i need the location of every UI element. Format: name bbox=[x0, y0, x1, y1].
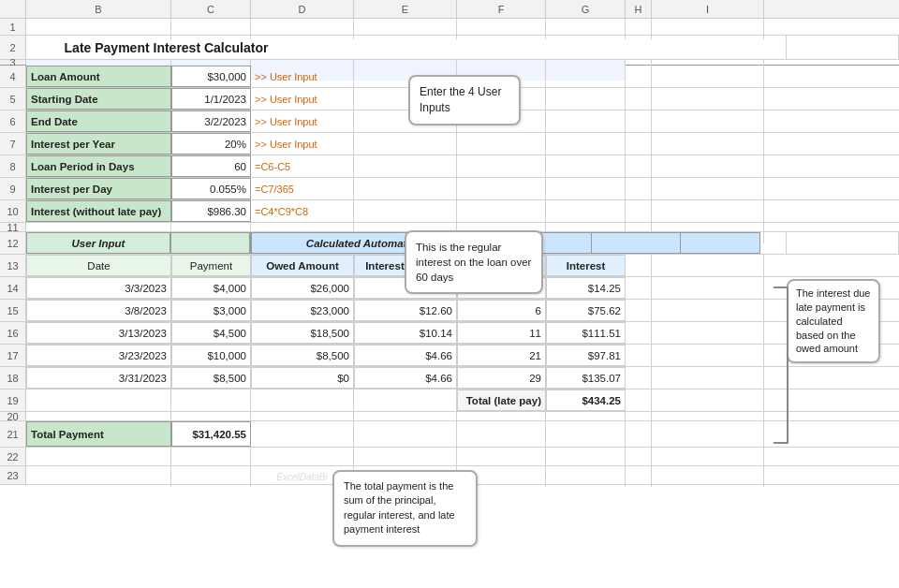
cell-g13[interactable]: Interest bbox=[546, 255, 626, 276]
cell-d7[interactable]: >> User Input bbox=[251, 133, 354, 154]
cell-e16[interactable]: $10.14 bbox=[354, 322, 457, 344]
cell-f22[interactable] bbox=[457, 448, 546, 468]
cell-g9[interactable] bbox=[546, 178, 626, 199]
cell-h21[interactable] bbox=[626, 421, 652, 447]
cell-b14[interactable]: 3/3/2023 bbox=[26, 277, 171, 299]
cell-e19[interactable] bbox=[354, 390, 457, 411]
cell-c16[interactable]: $4,500 bbox=[171, 322, 251, 344]
cell-h5[interactable] bbox=[626, 88, 652, 110]
cell-c7[interactable]: 20% bbox=[171, 133, 251, 154]
cell-e21[interactable] bbox=[354, 421, 457, 447]
cell-i23[interactable] bbox=[652, 466, 764, 487]
cell-i22[interactable] bbox=[652, 448, 764, 468]
cell-d2[interactable] bbox=[386, 36, 489, 59]
cell-h17[interactable] bbox=[626, 345, 652, 366]
cell-e9[interactable] bbox=[354, 178, 457, 199]
cell-e7[interactable] bbox=[354, 133, 457, 154]
cell-f2[interactable] bbox=[592, 36, 681, 59]
cell-g12[interactable] bbox=[681, 232, 760, 254]
cell-d13[interactable]: Owed Amount bbox=[251, 255, 354, 276]
cell-g10[interactable] bbox=[546, 200, 626, 222]
cell-d22[interactable] bbox=[251, 448, 354, 468]
cell-i13[interactable] bbox=[652, 255, 764, 276]
cell-i5[interactable] bbox=[652, 88, 764, 110]
cell-g8[interactable] bbox=[546, 155, 626, 177]
cell-i4[interactable] bbox=[652, 66, 764, 87]
cell-h16[interactable] bbox=[626, 322, 652, 344]
cell-d6[interactable]: >> User Input bbox=[251, 110, 354, 132]
cell-e22[interactable] bbox=[354, 448, 457, 468]
cell-e17[interactable]: $4.66 bbox=[354, 345, 457, 366]
cell-h7[interactable] bbox=[626, 133, 652, 154]
cell-g16[interactable]: $111.51 bbox=[546, 322, 626, 344]
cell-b18[interactable]: 3/31/2023 bbox=[26, 367, 171, 389]
cell-i9[interactable] bbox=[652, 178, 764, 199]
cell-f16[interactable]: 11 bbox=[457, 322, 546, 344]
cell-c23[interactable] bbox=[171, 466, 251, 487]
cell-e2[interactable] bbox=[489, 36, 592, 59]
cell-i19[interactable] bbox=[652, 390, 764, 411]
cell-g17[interactable]: $97.81 bbox=[546, 345, 626, 366]
cell-b21[interactable]: Total Payment bbox=[26, 421, 171, 447]
cell-f8[interactable] bbox=[457, 155, 546, 177]
cell-i8[interactable] bbox=[652, 155, 764, 177]
cell-i10[interactable] bbox=[652, 200, 764, 222]
cell-d17[interactable]: $8,500 bbox=[251, 345, 354, 366]
cell-c17[interactable]: $10,000 bbox=[171, 345, 251, 366]
cell-f18[interactable]: 29 bbox=[457, 367, 546, 389]
cell-c5[interactable]: 1/1/2023 bbox=[171, 88, 251, 110]
cell-b23[interactable] bbox=[26, 466, 171, 487]
cell-h15[interactable] bbox=[626, 300, 652, 321]
cell-d10[interactable]: =C4*C9*C8 bbox=[251, 200, 354, 222]
cell-b10[interactable]: Interest (without late pay) bbox=[26, 200, 171, 222]
cell-d21[interactable] bbox=[251, 421, 354, 447]
cell-b4[interactable]: Loan Amount bbox=[26, 66, 171, 87]
cell-f10[interactable] bbox=[457, 200, 546, 222]
cell-b2[interactable]: Late Payment Interest Calculator bbox=[26, 36, 306, 59]
cell-b6[interactable]: End Date bbox=[26, 110, 171, 132]
cell-c10[interactable]: $986.30 bbox=[171, 200, 251, 222]
cell-c4[interactable]: $30,000 bbox=[171, 66, 251, 87]
cell-f9[interactable] bbox=[457, 178, 546, 199]
cell-f21[interactable] bbox=[457, 421, 546, 447]
cell-f17[interactable]: 21 bbox=[457, 345, 546, 366]
cell-i2[interactable] bbox=[787, 36, 899, 59]
cell-f15[interactable]: 6 bbox=[457, 300, 546, 321]
cell-f19-label[interactable]: Total (late pay) bbox=[457, 390, 546, 411]
cell-c14[interactable]: $4,000 bbox=[171, 277, 251, 299]
cell-h8[interactable] bbox=[626, 155, 652, 177]
cell-h14[interactable] bbox=[626, 277, 652, 299]
cell-d16[interactable]: $18,500 bbox=[251, 322, 354, 344]
cell-e10[interactable] bbox=[354, 200, 457, 222]
cell-h13[interactable] bbox=[626, 255, 652, 276]
cell-f12[interactable] bbox=[592, 232, 681, 254]
cell-c12[interactable] bbox=[171, 232, 251, 254]
cell-e15[interactable]: $12.60 bbox=[354, 300, 457, 321]
cell-b15[interactable]: 3/8/2023 bbox=[26, 300, 171, 321]
cell-h12[interactable] bbox=[760, 232, 787, 254]
cell-d14[interactable]: $26,000 bbox=[251, 277, 354, 299]
cell-g2[interactable] bbox=[681, 36, 760, 59]
cell-e18[interactable]: $4.66 bbox=[354, 367, 457, 389]
cell-d18[interactable]: $0 bbox=[251, 367, 354, 389]
cell-g7[interactable] bbox=[546, 133, 626, 154]
cell-h22[interactable] bbox=[626, 448, 652, 468]
cell-b16[interactable]: 3/13/2023 bbox=[26, 322, 171, 344]
cell-c18[interactable]: $8,500 bbox=[171, 367, 251, 389]
cell-g19-value[interactable]: $434.25 bbox=[546, 390, 626, 411]
cell-g18[interactable]: $135.07 bbox=[546, 367, 626, 389]
cell-c15[interactable]: $3,000 bbox=[171, 300, 251, 321]
cell-i12[interactable] bbox=[787, 232, 899, 254]
cell-i6[interactable] bbox=[652, 110, 764, 132]
cell-g23[interactable] bbox=[546, 466, 626, 487]
cell-h19[interactable] bbox=[626, 390, 652, 411]
cell-c22[interactable] bbox=[171, 448, 251, 468]
cell-h2[interactable] bbox=[760, 36, 787, 59]
cell-b7[interactable]: Interest per Year bbox=[26, 133, 171, 154]
cell-d5[interactable]: >> User Input bbox=[251, 88, 354, 110]
cell-g4[interactable] bbox=[546, 66, 626, 87]
cell-h6[interactable] bbox=[626, 110, 652, 132]
cell-f7[interactable] bbox=[457, 133, 546, 154]
cell-h23[interactable] bbox=[626, 466, 652, 487]
cell-d4[interactable]: >> User Input bbox=[251, 66, 354, 87]
